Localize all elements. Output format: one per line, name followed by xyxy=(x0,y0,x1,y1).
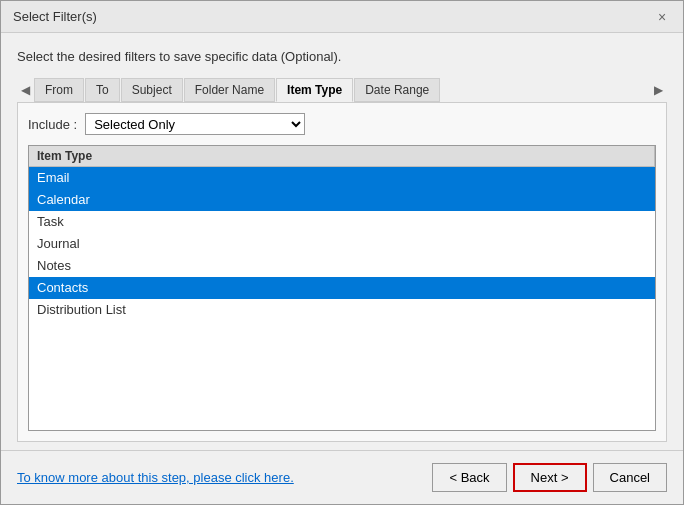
tab-arrow-right[interactable]: ▶ xyxy=(650,83,667,97)
include-row: Include : Selected Only All Items xyxy=(28,113,656,135)
tab-content: Include : Selected Only All Items Item T… xyxy=(17,102,667,442)
dialog-title: Select Filter(s) xyxy=(13,9,97,24)
next-button[interactable]: Next > xyxy=(513,463,587,492)
list-item-task[interactable]: Task xyxy=(29,211,655,233)
list-item-notes[interactable]: Notes xyxy=(29,255,655,277)
list-item-distribution-list[interactable]: Distribution List xyxy=(29,299,655,321)
tab-subject[interactable]: Subject xyxy=(121,78,183,102)
select-filters-dialog: Select Filter(s) × Select the desired fi… xyxy=(0,0,684,505)
include-select[interactable]: Selected Only All Items xyxy=(85,113,305,135)
tab-arrow-left[interactable]: ◀ xyxy=(17,83,34,97)
cancel-button[interactable]: Cancel xyxy=(593,463,667,492)
tab-date-range[interactable]: Date Range xyxy=(354,78,440,102)
list-item-email[interactable]: Email xyxy=(29,167,655,189)
list-item-contacts[interactable]: Contacts xyxy=(29,277,655,299)
tab-from[interactable]: From xyxy=(34,78,84,102)
close-button[interactable]: × xyxy=(653,8,671,26)
tab-to[interactable]: To xyxy=(85,78,120,102)
back-button[interactable]: < Back xyxy=(432,463,506,492)
tab-item-type[interactable]: Item Type xyxy=(276,78,353,102)
include-label: Include : xyxy=(28,117,77,132)
dialog-body: Select the desired filters to save speci… xyxy=(1,33,683,442)
title-bar: Select Filter(s) × xyxy=(1,1,683,33)
list-header-item-type: Item Type xyxy=(29,146,655,166)
footer-buttons: < Back Next > Cancel xyxy=(432,463,667,492)
list-header: Item Type xyxy=(29,146,655,167)
tab-folder-name[interactable]: Folder Name xyxy=(184,78,275,102)
help-link[interactable]: To know more about this step, please cli… xyxy=(17,470,294,485)
instruction-text: Select the desired filters to save speci… xyxy=(17,49,667,64)
item-type-list: Item Type Email Calendar Task Journal No… xyxy=(28,145,656,431)
list-item-calendar[interactable]: Calendar xyxy=(29,189,655,211)
dialog-footer: To know more about this step, please cli… xyxy=(1,450,683,504)
list-item-journal[interactable]: Journal xyxy=(29,233,655,255)
tab-strip: From To Subject Folder Name Item Type Da… xyxy=(34,78,650,102)
tab-strip-container: ◀ From To Subject Folder Name Item Type … xyxy=(17,78,667,102)
